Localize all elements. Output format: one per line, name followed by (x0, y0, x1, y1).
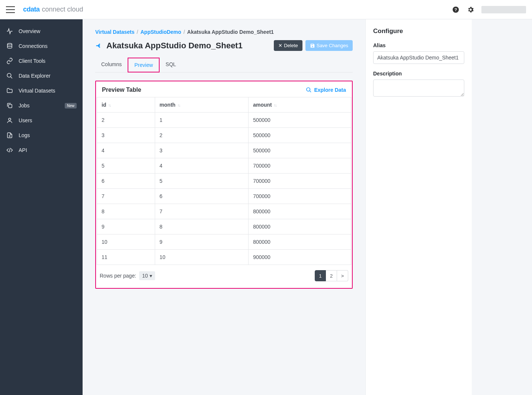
sidebar-item-logs[interactable]: Logs (0, 128, 83, 143)
table-cell: 1 (155, 113, 248, 128)
table-row: 32500000 (97, 128, 351, 143)
sidebar-item-data-explorer[interactable]: Data Explorer (0, 68, 83, 83)
breadcrumb-item: Akatsuka AppStudio Demo_Sheet1 (187, 29, 274, 35)
svg-text:?: ? (454, 7, 457, 12)
table-cell: 800000 (249, 219, 351, 234)
table-cell: 700000 (249, 158, 351, 174)
table-cell: 9 (155, 234, 248, 250)
alias-label: Alias (373, 42, 464, 48)
table-cell: 3 (155, 143, 248, 158)
back-arrow-icon[interactable] (95, 42, 103, 49)
table-cell: 700000 (249, 174, 351, 189)
table-cell: 7 (155, 204, 248, 219)
rows-per-page-label: Rows per page: (100, 273, 136, 279)
sidebar-item-label: Overview (19, 28, 40, 34)
page-2[interactable]: 2 (326, 270, 337, 281)
sidebar: OverviewConnectionsClient ToolsData Expl… (0, 19, 83, 395)
breadcrumb-separator: / (137, 29, 138, 35)
table-cell: 500000 (249, 143, 351, 158)
svg-point-6 (307, 88, 310, 91)
table-cell: 6 (155, 189, 248, 204)
description-label: Description (373, 71, 464, 77)
table-row: 43500000 (97, 143, 351, 158)
delete-button[interactable]: ✕ Delete (274, 40, 302, 51)
preview-title: Preview Table (102, 87, 141, 93)
explore-data-link[interactable]: Explore Data (306, 87, 346, 93)
save-icon (310, 43, 315, 48)
tab-preview[interactable]: Preview (128, 58, 160, 72)
table-cell: 11 (97, 250, 155, 265)
table-cell: 500000 (249, 128, 351, 143)
search-icon (6, 72, 13, 80)
save-label: Save Changes (317, 43, 348, 48)
rows-per-page-value: 10 (142, 273, 148, 279)
sidebar-item-label: Connections (19, 43, 48, 49)
rows-per-page-select[interactable]: 10 ▾ (139, 271, 155, 280)
sidebar-item-jobs[interactable]: JobsNew (0, 98, 83, 113)
table-cell: 4 (155, 158, 248, 174)
table-cell: 5 (155, 174, 248, 189)
table-row: 54700000 (97, 158, 351, 174)
column-header-id[interactable]: id ↑↓ (97, 97, 155, 113)
sidebar-item-label: Jobs (19, 103, 30, 109)
page-title: Akatsuka AppStudio Demo_Sheet1 (106, 41, 271, 51)
help-icon[interactable]: ? (452, 6, 460, 14)
page-1[interactable]: 1 (315, 270, 326, 281)
table-cell: 2 (97, 113, 155, 128)
column-header-amount[interactable]: amount ↑↓ (249, 97, 351, 113)
tab-sql[interactable]: SQL (160, 58, 182, 72)
user-icon (6, 117, 13, 124)
breadcrumb-item[interactable]: Virtual Datasets (95, 29, 135, 35)
sort-icon: ↑↓ (177, 103, 180, 107)
sidebar-item-label: Client Tools (19, 58, 45, 64)
description-textarea[interactable] (373, 80, 464, 97)
database-icon (6, 42, 13, 50)
table-cell: 500000 (249, 113, 351, 128)
configure-panel: Configure Alias Description (365, 19, 472, 395)
sidebar-item-connections[interactable]: Connections (0, 39, 83, 54)
code-icon (6, 146, 13, 154)
breadcrumb-separator: / (183, 29, 185, 35)
breadcrumb-item[interactable]: AppStudioDemo (140, 29, 181, 35)
table-row: 76700000 (97, 189, 351, 204)
save-changes-button[interactable]: Save Changes (305, 40, 353, 51)
topbar: cdata connect cloud ? (0, 0, 532, 19)
close-icon: ✕ (278, 43, 282, 48)
main-content: Virtual Datasets/AppStudioDemo/Akatsuka … (83, 19, 365, 395)
sidebar-item-client-tools[interactable]: Client Tools (0, 54, 83, 68)
sidebar-item-label: API (19, 147, 27, 153)
pagination: 12> (315, 270, 348, 281)
delete-label: Delete (284, 43, 298, 48)
sidebar-item-label: Users (19, 117, 32, 123)
sidebar-item-api[interactable]: API (0, 143, 83, 158)
svg-point-5 (9, 118, 11, 120)
sidebar-item-label: Virtual Datasets (19, 88, 55, 94)
table-row: 87800000 (97, 204, 351, 219)
table-cell: 2 (155, 128, 248, 143)
table-cell: 800000 (249, 204, 351, 219)
link-icon (6, 57, 13, 65)
preview-table: id ↑↓month ↑↓amount ↑↓ 21500000325000004… (97, 97, 351, 265)
page-next[interactable]: > (337, 270, 348, 281)
sort-icon: ↑↓ (273, 103, 276, 107)
sidebar-item-users[interactable]: Users (0, 113, 83, 128)
sidebar-item-overview[interactable]: Overview (0, 24, 83, 39)
table-cell: 900000 (249, 250, 351, 265)
table-row: 1110900000 (97, 250, 351, 265)
alias-input[interactable] (373, 51, 464, 64)
pulse-icon (6, 27, 13, 35)
brand-secondary: connect cloud (42, 6, 83, 13)
user-badge[interactable] (481, 6, 526, 13)
svg-rect-4 (9, 104, 12, 108)
configure-title: Configure (373, 27, 464, 35)
brand-logo: cdata connect cloud (23, 6, 83, 13)
settings-icon[interactable] (467, 6, 475, 14)
sidebar-item-virtual-datasets[interactable]: Virtual Datasets (0, 83, 83, 98)
tab-columns[interactable]: Columns (95, 58, 128, 72)
tabs: ColumnsPreviewSQL (95, 58, 353, 72)
table-row: 109800000 (97, 234, 351, 250)
svg-point-3 (7, 73, 11, 77)
menu-toggle[interactable] (6, 6, 15, 13)
column-header-month[interactable]: month ↑↓ (155, 97, 248, 113)
table-row: 21500000 (97, 113, 351, 128)
